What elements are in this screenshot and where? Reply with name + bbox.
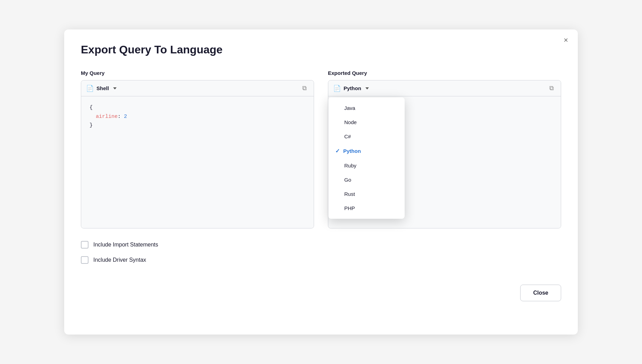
dropdown-item-label: Ruby	[344, 163, 356, 168]
checkbox-row-driver: Include Driver Syntax	[81, 256, 561, 264]
dropdown-item-c#[interactable]: C#	[328, 129, 405, 144]
check-icon: ✓	[335, 148, 340, 154]
checkboxes-section: Include Import Statements Include Driver…	[81, 241, 561, 264]
dropdown-item-label: Python	[343, 148, 361, 154]
dropdown-item-label: Node	[344, 119, 357, 125]
dropdown-item-node[interactable]: Node	[328, 115, 405, 129]
my-query-lang-name: Shell	[96, 85, 109, 91]
code-line-airline: airline: 2	[90, 112, 305, 121]
dropdown-item-label: Go	[344, 177, 351, 183]
my-query-chevron-icon	[113, 87, 117, 89]
language-dropdown-menu: JavaNodeC#✓PythonRubyGoRustPHP	[328, 97, 405, 219]
exported-query-lang-name: Python	[344, 85, 361, 91]
dropdown-item-label: PHP	[344, 205, 355, 211]
exported-query-lang-selector[interactable]: 📄 Python	[333, 85, 369, 92]
dropdown-item-java[interactable]: Java	[328, 101, 405, 115]
code-line-close-brace: }	[90, 121, 305, 130]
exported-query-panel: Exported Query 📄 Python ⧉ JavaNodeC#✓Pyt…	[328, 70, 561, 228]
code-value-airline: 2	[124, 114, 127, 120]
code-line-open-brace: {	[90, 103, 305, 112]
exported-query-lang-icon: 📄	[333, 85, 341, 92]
my-query-container: 📄 Shell ⧉ { airline: 2 }	[81, 80, 314, 228]
code-key-airline: airline	[96, 114, 118, 120]
my-query-header: 📄 Shell ⧉	[81, 80, 314, 96]
my-query-lang-selector[interactable]: 📄 Shell	[86, 85, 117, 92]
modal-footer: Close	[81, 285, 561, 301]
dropdown-item-label: Rust	[344, 191, 355, 197]
export-query-modal: × Export Query To Language My Query 📄 Sh…	[64, 29, 578, 335]
close-button[interactable]: Close	[520, 285, 561, 301]
my-query-panel: My Query 📄 Shell ⧉ { airline: 2 }	[81, 70, 314, 228]
dropdown-item-rust[interactable]: Rust	[328, 187, 405, 201]
include-driver-checkbox[interactable]	[81, 256, 88, 264]
include-import-checkbox[interactable]	[81, 241, 88, 249]
dropdown-item-ruby[interactable]: Ruby	[328, 158, 405, 173]
panels-row: My Query 📄 Shell ⧉ { airline: 2 }	[81, 70, 561, 228]
dropdown-item-php[interactable]: PHP	[328, 201, 405, 215]
my-query-code-body: { airline: 2 }	[81, 96, 314, 228]
exported-query-label: Exported Query	[328, 70, 561, 76]
my-query-label: My Query	[81, 70, 314, 76]
my-query-copy-button[interactable]: ⧉	[300, 84, 309, 93]
dropdown-item-python[interactable]: ✓Python	[328, 144, 405, 158]
modal-title: Export Query To Language	[81, 43, 561, 56]
dropdown-item-label: Java	[344, 105, 355, 111]
my-query-lang-icon: 📄	[86, 85, 94, 92]
modal-close-button[interactable]: ×	[564, 36, 568, 44]
exported-query-chevron-icon	[365, 87, 369, 89]
checkbox-row-import: Include Import Statements	[81, 241, 561, 249]
exported-query-container: 📄 Python ⧉ JavaNodeC#✓PythonRubyGoRustPH…	[328, 80, 561, 228]
exported-query-copy-button[interactable]: ⧉	[547, 84, 556, 93]
dropdown-item-label: C#	[344, 133, 351, 139]
include-import-label: Include Import Statements	[93, 242, 158, 248]
exported-query-header: 📄 Python ⧉ JavaNodeC#✓PythonRubyGoRustPH…	[328, 80, 561, 96]
include-driver-label: Include Driver Syntax	[93, 257, 146, 263]
dropdown-item-go[interactable]: Go	[328, 173, 405, 187]
